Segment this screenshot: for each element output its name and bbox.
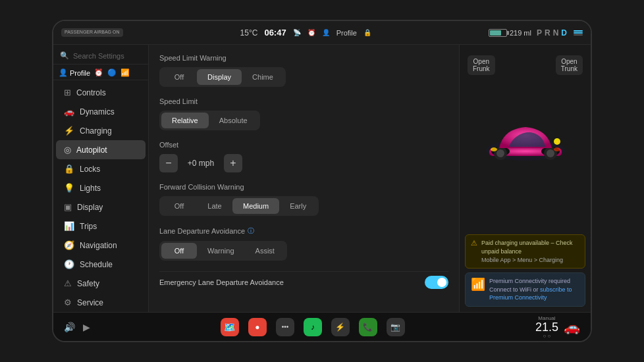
autopilot-icon: ◎ <box>64 145 71 155</box>
connectivity-icon: 📶 <box>471 277 485 292</box>
speed-limit-warning-options: Off Display Chime <box>159 67 286 87</box>
search-icon: 🔍 <box>60 51 69 60</box>
speed-limit-options: Relative Absolute <box>159 111 260 130</box>
offset-control: − +0 mph + <box>159 154 448 172</box>
alert-text: Paid charging unavailable – Check unpaid… <box>481 239 579 264</box>
offset-section: Offset − +0 mph + <box>159 141 448 172</box>
alarm-icon: ⏰ <box>308 29 315 36</box>
display-icon: ▣ <box>64 202 72 212</box>
sidebar-item-controls[interactable]: ⊞ Controls <box>56 83 146 102</box>
elda-label: Emergency Lane Departure Avoidance <box>159 278 284 286</box>
speed-limit-absolute[interactable]: Absolute <box>209 113 258 128</box>
main-area: 🔍 Search Settings 👤 Profile ⏰ 🔵 📶 <box>53 45 591 312</box>
bottom-bar: 🔊 ▶ 🗺️ ● ••• ♪ ⚡ 📞 📷 <box>53 312 591 341</box>
fcw-options: Off Late Medium Early <box>159 196 319 216</box>
sidebar-item-dynamics[interactable]: 🚗 Dynamics <box>56 102 146 121</box>
gear-n: N <box>553 28 559 38</box>
range-value: 219 ml <box>510 29 531 37</box>
trips-icon: 📊 <box>64 221 74 231</box>
profile-tab-icon: 👤 <box>59 68 68 77</box>
fcw-late[interactable]: Late <box>197 198 232 214</box>
service-label: Service <box>77 298 103 307</box>
open-frunk-button[interactable]: OpenFrunk <box>468 55 495 75</box>
svg-text:⚡: ⚡ <box>554 140 560 145</box>
connectivity-link[interactable]: subscribe to Premium Connectivity <box>489 286 572 301</box>
locks-label: Locks <box>80 165 100 174</box>
tab-profile[interactable]: 👤 Profile <box>59 68 90 77</box>
charging-icon: ⚡ <box>64 126 74 136</box>
app-more[interactable]: ••• <box>276 318 294 336</box>
lda-warning[interactable]: Warning <box>197 243 245 259</box>
safety-icon: ⚠ <box>64 278 72 288</box>
lda-off[interactable]: Off <box>161 243 197 259</box>
settings-content: Speed Limit Warning Off Display Chime Sp… <box>149 45 459 312</box>
fcw-medium[interactable]: Medium <box>232 198 279 214</box>
open-trunk-button[interactable]: OpenTrunk <box>556 55 583 75</box>
bottom-left: 🔊 ▶ <box>64 322 90 332</box>
locks-icon: 🔒 <box>64 164 74 174</box>
speed-limit-warning-section: Speed Limit Warning Off Display Chime <box>159 54 448 87</box>
gear-r: R <box>545 28 550 38</box>
top-bar: PASSENGER AIRBAG ON 15°C 06:47 📡 ⏰ 👤 Pro… <box>53 21 591 45</box>
sidebar-item-autopilot[interactable]: ◎ Autopilot <box>56 140 146 159</box>
tab-bt[interactable]: 🔵 <box>107 68 117 77</box>
charging-label: Charging <box>80 126 112 136</box>
sidebar-item-service[interactable]: ⚙ Service <box>56 293 146 312</box>
bottom-right: Manual 21.5 ○ ○ 🚗 <box>535 315 580 339</box>
car-image: ⚡ <box>479 107 572 173</box>
bt-icon: 🔵 <box>107 68 117 77</box>
sidebar-item-trips[interactable]: 📊 Trips <box>56 217 146 236</box>
nav-tabs: 👤 Profile ⏰ 🔵 📶 <box>53 66 148 80</box>
elda-toggle[interactable] <box>425 276 448 289</box>
battery-info: 219 ml <box>489 29 531 37</box>
sidebar-item-charging[interactable]: ⚡ Charging <box>56 121 146 140</box>
dynamics-icon: 🚗 <box>64 107 74 116</box>
speed-limit-relative[interactable]: Relative <box>161 113 209 128</box>
speed-warning-display[interactable]: Display <box>197 69 242 85</box>
speed-warning-off[interactable]: Off <box>161 69 197 85</box>
lda-info-icon[interactable]: ⓘ <box>248 226 254 236</box>
app-energy[interactable]: ⚡ <box>331 318 350 336</box>
controls-icon: ⊞ <box>64 88 71 97</box>
sidebar-item-display[interactable]: ▣ Display <box>56 197 146 217</box>
fcw-label: Forward Collision Warning <box>159 183 448 191</box>
speed-display: Manual 21.5 ○ ○ <box>535 315 558 339</box>
gear-line-1 <box>574 30 583 32</box>
prnd-indicator: P R N D <box>537 28 567 38</box>
offset-increase[interactable]: + <box>224 154 242 172</box>
nav-arrow-icon[interactable]: ▶ <box>83 322 90 332</box>
sidebar-item-safety[interactable]: ⚠ Safety <box>56 274 146 293</box>
offset-label: Offset <box>159 141 448 149</box>
sidebar-item-lights[interactable]: 💡 Lights <box>56 178 146 197</box>
gear-indicators <box>574 30 583 36</box>
app-phone[interactable]: 📞 <box>359 318 377 336</box>
search-placeholder: Search Settings <box>73 52 124 60</box>
right-panel: OpenFrunk OpenTrunk <box>459 45 591 312</box>
fcw-early[interactable]: Early <box>279 198 317 214</box>
sidebar-item-locks[interactable]: 🔒 Locks <box>56 159 146 178</box>
sidebar-item-schedule[interactable]: 🕐 Schedule <box>56 255 146 274</box>
sidebar-item-navigation[interactable]: 🧭 Navigation <box>56 236 146 255</box>
app-navigation[interactable]: 🗺️ <box>221 318 239 336</box>
svg-point-7 <box>547 149 554 157</box>
search-bar[interactable]: 🔍 Search Settings <box>53 47 148 65</box>
offset-value: +0 mph <box>184 159 217 168</box>
battery-fill <box>490 30 501 36</box>
offset-decrease[interactable]: − <box>159 154 178 172</box>
tab-signal[interactable]: 📶 <box>121 68 130 77</box>
top-bar-center: 15°C 06:47 📡 ⏰ 👤 Profile 🔒 <box>240 28 371 38</box>
car-status-icon[interactable]: 🚗 <box>564 319 580 335</box>
speed-value: 21.5 <box>535 321 558 333</box>
clock: 06:47 <box>264 28 286 38</box>
app-record[interactable]: ● <box>248 318 267 336</box>
fcw-off[interactable]: Off <box>161 198 197 214</box>
app-spotify[interactable]: ♪ <box>304 318 322 336</box>
tab-alarm[interactable]: ⏰ <box>94 68 103 77</box>
lda-assist[interactable]: Assist <box>245 243 285 259</box>
speed-warning-chime[interactable]: Chime <box>242 69 284 85</box>
profile-button[interactable]: Profile <box>336 29 357 37</box>
display-label: Display <box>77 203 103 212</box>
sidebar: 🔍 Search Settings 👤 Profile ⏰ 🔵 📶 <box>53 45 149 312</box>
volume-icon[interactable]: 🔊 <box>64 322 75 332</box>
app-camera[interactable]: 📷 <box>387 318 405 336</box>
